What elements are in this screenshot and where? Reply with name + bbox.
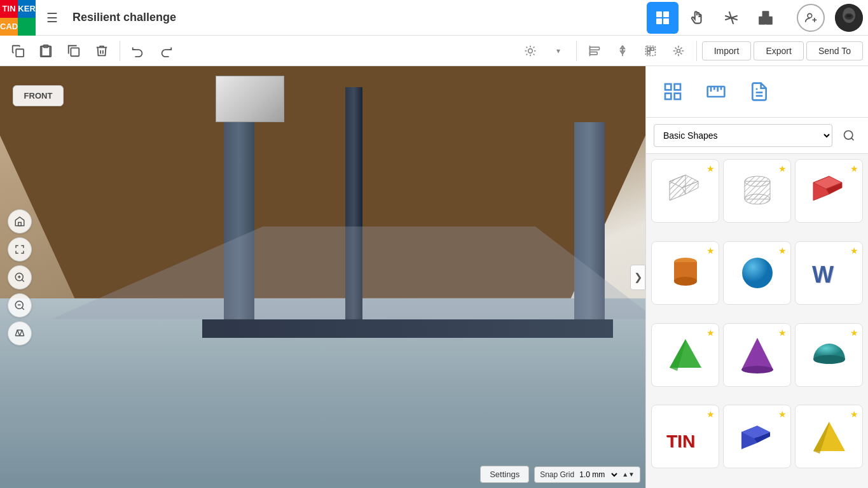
settings-button[interactable]: Settings [480, 466, 529, 483]
redo-button[interactable] [153, 38, 179, 64]
shapes-search-button[interactable] [837, 124, 860, 147]
light-button[interactable] [518, 38, 543, 64]
star-badge: ★ [850, 328, 858, 338]
send-to-button[interactable]: Send To [806, 41, 863, 60]
separator-1 [120, 41, 120, 61]
svg-rect-54 [708, 87, 725, 97]
dropdown-button[interactable]: ▾ [546, 38, 571, 64]
snap-button[interactable] [666, 38, 691, 64]
shape-blue-box[interactable]: ★ [723, 405, 791, 468]
shape-hole-cylinder[interactable]: ★ [723, 159, 791, 223]
shape-yellow-pyramid[interactable]: ★ [795, 405, 863, 468]
shapes-grid: ★ ★ [646, 154, 868, 488]
shape-text-3d[interactable]: ★ W W [795, 241, 863, 305]
shape-purple-cone[interactable]: ★ [723, 323, 791, 387]
svg-point-61 [844, 131, 853, 139]
shape-teal-half-sphere[interactable]: ★ [795, 323, 863, 387]
shape-red-box[interactable]: ★ [795, 159, 863, 223]
svg-point-10 [808, 13, 812, 18]
separator-3 [696, 41, 697, 61]
user-avatar[interactable] [835, 4, 863, 32]
zoom-out-button[interactable] [8, 293, 32, 317]
panel-ruler-icon-btn[interactable] [697, 73, 735, 111]
svg-line-25 [533, 53, 534, 55]
svg-rect-30 [589, 47, 599, 50]
svg-marker-83 [741, 338, 773, 370]
shape-hole-box[interactable]: ★ [651, 159, 719, 223]
star-badge: ★ [850, 164, 858, 174]
star-badge: ★ [850, 246, 858, 256]
paste-button[interactable] [33, 38, 59, 64]
star-badge: ★ [706, 409, 715, 419]
shape-teal-sphere[interactable]: ★ [723, 241, 791, 305]
svg-rect-20 [71, 48, 79, 56]
mirror-button[interactable] [610, 38, 635, 64]
hamburger-menu[interactable]: ☰ [39, 5, 65, 31]
logo-t: TIN [0, 0, 18, 18]
svg-rect-31 [589, 52, 597, 54]
zoom-in-button[interactable] [8, 265, 32, 289]
svg-line-41 [22, 279, 24, 281]
duplicate-button[interactable] [61, 38, 86, 64]
svg-rect-51 [675, 84, 680, 90]
svg-line-49 [20, 330, 22, 335]
svg-point-16 [846, 14, 851, 17]
group-button[interactable] [638, 38, 663, 64]
shape-red-text-3d[interactable]: ★ TIN TIN [651, 405, 719, 468]
svg-text:W: W [813, 262, 834, 288]
svg-line-48 [17, 330, 20, 335]
import-button[interactable]: Import [702, 41, 752, 60]
shapes-dropdown[interactable]: Basic Shapes Featured Text and Numbers [654, 124, 832, 147]
perspective-button[interactable] [8, 321, 32, 345]
svg-line-29 [533, 46, 534, 48]
star-badge: ★ [778, 246, 787, 256]
align-left-button[interactable] [582, 38, 607, 64]
settings-bar: Settings Snap Grid 0.1 mm 0.25 mm 0.5 mm… [480, 466, 640, 483]
fit-view-button[interactable] [8, 237, 32, 261]
svg-rect-9 [762, 11, 769, 18]
logo-n: CAD [0, 18, 18, 36]
svg-rect-36 [651, 48, 654, 50]
viewport[interactable]: FRONT [0, 66, 645, 488]
main: FRONT [0, 66, 868, 488]
svg-point-21 [528, 48, 532, 53]
svg-rect-2 [656, 18, 662, 24]
panel-grid-icon-btn[interactable] [654, 73, 692, 111]
hand-tool-btn[interactable] [681, 2, 713, 34]
svg-point-71 [745, 194, 770, 204]
home-view-button[interactable] [8, 209, 32, 234]
logo[interactable]: TIN KER CAD [0, 0, 36, 36]
panel-top-icons [646, 66, 868, 118]
front-label: FRONT [13, 85, 64, 106]
svg-rect-53 [675, 94, 680, 99]
delete-button[interactable] [89, 38, 114, 64]
snap-grid-arrows[interactable]: ▲▼ [622, 471, 635, 478]
expand-panel-button[interactable]: ❯ [630, 265, 645, 290]
logo-k [18, 18, 36, 36]
build-tool-btn[interactable] [715, 2, 747, 34]
star-badge: ★ [778, 328, 787, 338]
shapes-selector: Basic Shapes Featured Text and Numbers [646, 118, 868, 154]
panel-notes-icon-btn[interactable] [740, 73, 778, 111]
shape-orange-cylinder[interactable]: ★ [651, 241, 719, 305]
svg-rect-0 [656, 11, 662, 17]
copy-button[interactable] [5, 38, 31, 64]
viewport-structure [181, 87, 613, 319]
star-badge: ★ [778, 164, 787, 174]
nav-right [647, 2, 863, 34]
svg-rect-3 [663, 18, 669, 24]
add-user-button[interactable] [797, 4, 825, 32]
svg-rect-37 [647, 51, 650, 53]
blocks-tool-btn[interactable] [750, 2, 782, 34]
svg-point-84 [741, 366, 773, 373]
snap-grid-select[interactable]: 0.1 mm 0.25 mm 0.5 mm 1.0 mm 2.0 mm [577, 470, 619, 480]
star-badge: ★ [706, 328, 715, 338]
svg-line-28 [526, 53, 527, 55]
shape-green-pyramid[interactable]: ★ [651, 323, 719, 387]
undo-button[interactable] [125, 38, 151, 64]
box-top [216, 76, 285, 122]
star-badge: ★ [778, 409, 787, 419]
export-button[interactable]: Export [754, 41, 803, 60]
grid-view-btn[interactable] [647, 2, 679, 34]
right-panel: Basic Shapes Featured Text and Numbers ★ [645, 66, 868, 488]
